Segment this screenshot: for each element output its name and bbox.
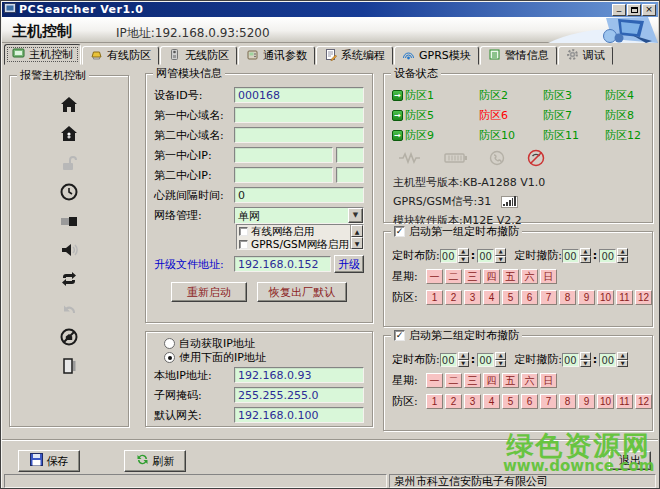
maximize-button[interactable] — [627, 4, 641, 16]
save-button[interactable]: 保存 — [18, 450, 80, 472]
zone-button[interactable]: 9 — [578, 290, 595, 305]
arm-minute-spinner[interactable]: ▲▼ — [495, 352, 506, 367]
title-bar[interactable]: PCSearcher Ver1.0 _ × — [2, 2, 658, 17]
zone-button[interactable]: 8 — [559, 290, 576, 305]
zone-button[interactable]: 4 — [483, 394, 500, 409]
weekday-button[interactable]: 日 — [540, 269, 557, 284]
upgrade-button[interactable]: 升级 — [334, 255, 364, 273]
weekday-button[interactable]: 三 — [464, 269, 481, 284]
gateway-field[interactable] — [234, 407, 364, 423]
weekday-button[interactable]: 五 — [502, 269, 519, 284]
list-scrollbar[interactable]: ▲ ▼ — [350, 225, 363, 249]
zone-button[interactable]: 4 — [483, 290, 500, 305]
arm-hour-spinner[interactable]: ▲▼ — [458, 352, 469, 367]
siren-button[interactable] — [56, 239, 82, 263]
zone-button[interactable]: 10 — [597, 394, 614, 409]
weekday-button[interactable]: 六 — [521, 373, 538, 388]
disarm-minute-spinner[interactable]: ▲▼ — [617, 248, 628, 263]
tab-debug[interactable]: 调试 — [558, 46, 613, 65]
loop-button[interactable] — [56, 268, 82, 292]
close-button[interactable]: × — [642, 4, 656, 16]
disarm-button[interactable] — [56, 152, 82, 176]
list-item[interactable]: ✓GPRS/GSM网络启用 — [239, 238, 348, 249]
heartbeat-field[interactable] — [234, 187, 364, 203]
arm-hour-field[interactable]: 00 — [440, 249, 457, 263]
timer-button[interactable] — [56, 181, 82, 205]
dropdown-button[interactable]: ▼ — [348, 208, 363, 223]
weekday-button[interactable]: 日 — [540, 373, 557, 388]
list-item[interactable]: ✓有线网络启用 — [239, 225, 348, 238]
weekday-button[interactable]: 二 — [445, 269, 462, 284]
zone-button[interactable]: 10 — [597, 290, 614, 305]
center1-port-field[interactable] — [336, 147, 364, 163]
weekday-button[interactable]: 五 — [502, 373, 519, 388]
weekday-button[interactable]: 六 — [521, 269, 538, 284]
zone-button[interactable]: 1 — [426, 290, 443, 305]
arm-hour-field[interactable]: 00 — [440, 353, 457, 367]
weekday-button[interactable]: 一 — [426, 269, 443, 284]
zone-button[interactable]: 7 — [540, 394, 557, 409]
timer1-enable-checkbox[interactable]: ✓ — [394, 226, 405, 237]
arm-minute-field[interactable]: 00 — [477, 249, 494, 263]
timer2-enable-checkbox[interactable]: ✓ — [394, 330, 405, 341]
zone-button[interactable]: 11 — [616, 290, 633, 305]
arm-hour-spinner[interactable]: ▲▼ — [458, 248, 469, 263]
zone-button[interactable]: 6 — [521, 290, 538, 305]
zone-button[interactable]: 8 — [559, 394, 576, 409]
tab-comm-params[interactable]: 通讯参数 — [238, 46, 315, 65]
disarm-minute-field[interactable]: 00 — [599, 353, 616, 367]
zone-button[interactable]: 3 — [464, 290, 481, 305]
weekday-button[interactable]: 三 — [464, 373, 481, 388]
log-button[interactable] — [56, 355, 82, 379]
tab-wireless-zones[interactable]: 无线防区 — [160, 46, 237, 65]
upgrade-address-field[interactable] — [234, 256, 331, 272]
wired-network-checkbox[interactable]: ✓ — [239, 227, 248, 236]
weekday-button[interactable]: 一 — [426, 373, 443, 388]
zone-button[interactable]: 7 — [540, 290, 557, 305]
refresh-button[interactable]: 刷新 — [124, 450, 186, 472]
tab-host-control[interactable]: 主机控制 — [4, 44, 81, 65]
scroll-up-icon[interactable]: ▲ — [351, 225, 363, 237]
factory-reset-button[interactable]: 恢复出厂默认 — [257, 282, 347, 302]
tab-gprs-module[interactable]: GPRS模块 — [394, 46, 479, 65]
exit-button[interactable]: 退出 — [609, 451, 651, 470]
weekday-button[interactable]: 四 — [483, 373, 500, 388]
zone-button[interactable]: 12 — [635, 290, 652, 305]
zone-button[interactable]: 11 — [616, 394, 633, 409]
zone-button[interactable]: 1 — [426, 394, 443, 409]
zone-button[interactable]: 12 — [635, 394, 652, 409]
disarm-hour-field[interactable]: 00 — [562, 353, 579, 367]
restart-button[interactable]: 重新启动 — [171, 282, 247, 302]
minimize-button[interactable]: _ — [612, 4, 626, 16]
arm-away-button[interactable] — [56, 94, 82, 118]
tab-wired-zones[interactable]: 有线防区 — [82, 46, 159, 65]
arm-stay-button[interactable] — [56, 123, 82, 147]
center1-ip-field[interactable] — [234, 147, 333, 163]
device-id-field[interactable] — [234, 87, 364, 103]
undo-button[interactable] — [56, 297, 82, 321]
manual-ip-radio[interactable] — [164, 352, 175, 363]
tab-system-program[interactable]: 系统编程 — [316, 46, 393, 65]
center1-domain-field[interactable] — [234, 107, 364, 123]
zone-button[interactable]: 2 — [445, 394, 462, 409]
zone-button[interactable]: 2 — [445, 290, 462, 305]
center2-domain-field[interactable] — [234, 127, 364, 143]
gprs-network-checkbox[interactable]: ✓ — [239, 240, 248, 249]
arm-minute-field[interactable]: 00 — [477, 353, 494, 367]
tab-alarm-info[interactable]: 警情信息 — [480, 46, 557, 65]
zone-button[interactable]: 3 — [464, 394, 481, 409]
network-mode-dropdown[interactable]: 单网 ▼ — [234, 207, 364, 224]
disarm-minute-field[interactable]: 00 — [599, 249, 616, 263]
center2-port-field[interactable] — [336, 167, 364, 183]
local-ip-field[interactable] — [234, 367, 364, 383]
disarm-hour-field[interactable]: 00 — [562, 249, 579, 263]
disarm-minute-spinner[interactable]: ▲▼ — [617, 352, 628, 367]
arm-minute-spinner[interactable]: ▲▼ — [495, 248, 506, 263]
weekday-button[interactable]: 二 — [445, 373, 462, 388]
subnet-mask-field[interactable] — [234, 387, 364, 403]
center2-ip-field[interactable] — [234, 167, 333, 183]
power-switch-button[interactable] — [56, 210, 82, 234]
zone-button[interactable]: 5 — [502, 290, 519, 305]
bypass-button[interactable] — [56, 326, 82, 350]
zone-button[interactable]: 9 — [578, 394, 595, 409]
